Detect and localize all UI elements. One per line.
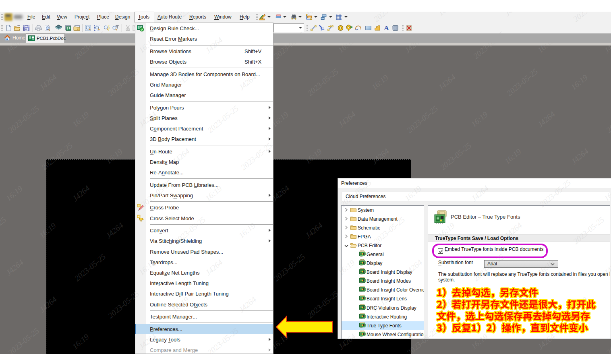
svg-text:A: A xyxy=(384,25,389,31)
